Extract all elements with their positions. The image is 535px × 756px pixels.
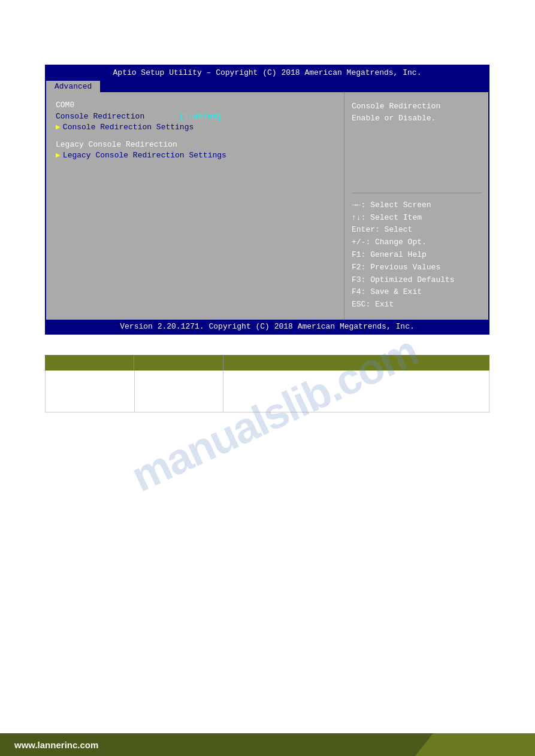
bios-left-panel: COM0 Console Redirection [Enabled] ▶ Con… — [46, 92, 344, 320]
arrow-icon-legacy-console-redirection-settings: ▶ — [56, 150, 61, 160]
green-table-header — [45, 355, 489, 371]
bios-item-console-redirection-settings[interactable]: ▶ Console Redirection Settings — [56, 122, 334, 132]
bios-title-text: Aptio Setup Utility – Copyright (C) 2018… — [113, 68, 422, 77]
green-table-container — [45, 355, 489, 412]
footer-url: www.lannerinc.com — [14, 740, 98, 750]
bios-item-console-redirection[interactable]: Console Redirection [Enabled] — [56, 112, 334, 121]
bios-item-label-console-redirection-settings: Console Redirection Settings — [63, 123, 194, 132]
green-table-body — [45, 371, 489, 412]
bios-title-bar: Aptio Setup Utility – Copyright (C) 2018… — [46, 66, 488, 80]
bios-content: COM0 Console Redirection [Enabled] ▶ Con… — [46, 92, 488, 320]
bios-tab-label: Advanced — [55, 82, 92, 91]
watermark: manualslib.com — [124, 326, 425, 501]
key-help-esc: ESC: Exit — [352, 299, 481, 311]
key-help-enter: Enter: Select — [352, 224, 481, 236]
bios-right-panel: Console RedirectionEnable or Disable. →←… — [344, 92, 488, 320]
bios-spacer-1 — [56, 133, 334, 140]
arrow-icon-console-redirection-settings: ▶ — [56, 122, 61, 132]
bios-item-label-legacy-console-redirection-settings: Legacy Console Redirection Settings — [63, 151, 226, 160]
bios-version-text: Version 2.20.1271. Copyright (C) 2018 Am… — [120, 322, 414, 331]
bios-item-label-console-redirection: Console Redirection — [56, 112, 144, 121]
key-help-f4: F4: Save & Exit — [352, 286, 481, 299]
green-table-body-col3 — [223, 371, 489, 412]
bios-version-bar: Version 2.20.1271. Copyright (C) 2018 Am… — [46, 320, 488, 333]
key-help-select-screen: →←: Select Screen — [352, 199, 481, 212]
bios-tab-advanced[interactable]: Advanced — [46, 81, 100, 92]
green-table-body-col1 — [46, 371, 135, 412]
bios-key-help: →←: Select Screen ↑↓: Select Item Enter:… — [352, 193, 481, 311]
bios-item-legacy-console-redirection: Legacy Console Redirection — [56, 140, 334, 149]
green-table-body-col2 — [135, 371, 224, 412]
key-help-select-item: ↑↓: Select Item — [352, 212, 481, 224]
key-help-f3: F3: Optimized Defaults — [352, 274, 481, 287]
key-help-f1: F1: General Help — [352, 249, 481, 262]
green-table-header-col2 — [134, 355, 223, 371]
footer-bar: www.lannerinc.com — [0, 733, 535, 756]
bios-item-legacy-console-redirection-settings[interactable]: ▶ Legacy Console Redirection Settings — [56, 150, 334, 160]
bios-container: Aptio Setup Utility – Copyright (C) 2018… — [45, 65, 489, 335]
bios-item-value-console-redirection: [Enabled] — [147, 112, 222, 121]
bios-help-text: Console RedirectionEnable or Disable. — [352, 101, 481, 187]
bios-section-com0: COM0 — [56, 101, 334, 110]
bios-tab-bar: Advanced — [46, 80, 488, 92]
footer-accent — [415, 733, 535, 756]
key-help-f2: F2: Previous Values — [352, 262, 481, 274]
key-help-change-opt: +/-: Change Opt. — [352, 236, 481, 249]
green-table-header-col3 — [223, 355, 489, 371]
green-table-header-col1 — [45, 355, 134, 371]
